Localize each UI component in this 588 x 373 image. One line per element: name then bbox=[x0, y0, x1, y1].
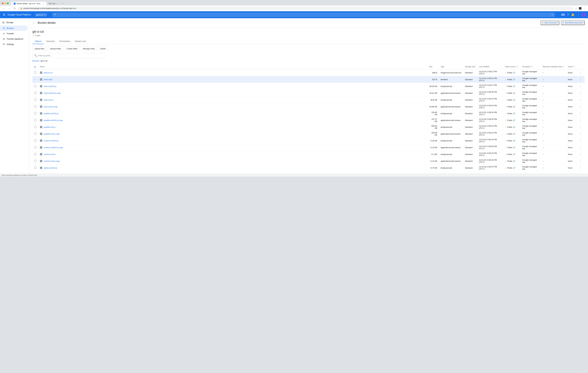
th-holds[interactable]: Holds ⓘ bbox=[566, 64, 577, 69]
row-checkbox[interactable] bbox=[34, 153, 36, 155]
file-name-link[interactable]: runtime-es5.js bbox=[44, 153, 56, 155]
row-more-menu-icon[interactable]: ⋮ bbox=[578, 112, 583, 115]
back-button[interactable]: ← bbox=[32, 21, 35, 24]
row-actions-cell[interactable]: ⋮ bbox=[577, 165, 585, 171]
row-checkbox[interactable] bbox=[34, 139, 36, 142]
bookmark-icon[interactable]: ☆ bbox=[574, 6, 578, 10]
row-actions-cell[interactable]: ⋮ bbox=[577, 110, 585, 117]
file-name-link[interactable]: favicon.ico bbox=[44, 72, 52, 74]
row-actions-cell[interactable]: ⋮ bbox=[577, 124, 585, 131]
file-name-link[interactable]: index.html bbox=[44, 78, 52, 81]
minimize-button[interactable] bbox=[4, 2, 6, 4]
row-checkbox[interactable] bbox=[34, 92, 36, 94]
tab-objects[interactable]: Objects bbox=[32, 39, 44, 44]
row-actions-cell[interactable]: ⋮ bbox=[577, 103, 585, 110]
maximize-button[interactable] bbox=[7, 2, 9, 4]
public-info-icon[interactable]: ⓘ bbox=[516, 65, 518, 68]
tab-bucket-details[interactable]: Bucket details - git-ci-cd - Goo... ✕ bbox=[11, 2, 46, 6]
row-more-menu-icon[interactable]: ⋮ bbox=[578, 153, 583, 156]
row-actions-cell[interactable]: ⋮ bbox=[577, 69, 585, 76]
row-actions-cell[interactable]: ⋮ bbox=[577, 117, 585, 124]
sidebar-section-storage[interactable]: ⊞ Storage bbox=[0, 19, 29, 25]
close-button[interactable] bbox=[2, 2, 3, 4]
row-actions-cell[interactable]: ⋮ bbox=[577, 76, 585, 83]
tab-close-icon[interactable]: ✕ bbox=[43, 3, 44, 5]
row-more-menu-icon[interactable]: ⋮ bbox=[578, 98, 583, 102]
checkbox-checked[interactable]: ✓ bbox=[34, 78, 36, 81]
project-selector[interactable]: git-ci-cd ▼ bbox=[35, 13, 47, 17]
tab-new-tab[interactable]: New Tab ✕ bbox=[46, 2, 60, 6]
row-checkbox[interactable] bbox=[34, 166, 36, 169]
row-checkbox[interactable] bbox=[34, 133, 36, 135]
row-checkbox-cell[interactable] bbox=[32, 117, 38, 124]
row-more-menu-icon[interactable]: ⋮ bbox=[578, 118, 583, 122]
upload-folder-button[interactable]: Upload folder bbox=[48, 46, 63, 51]
row-actions-cell[interactable]: ⋮ bbox=[577, 158, 585, 165]
browser-menu-icon[interactable]: ⋮ bbox=[583, 6, 586, 10]
th-modified[interactable]: Last modified bbox=[477, 64, 503, 69]
file-name-link[interactable]: runtime-es2015.js.map bbox=[44, 146, 63, 149]
row-actions-cell[interactable]: ⋮ bbox=[577, 90, 585, 96]
th-retention[interactable]: Retention expiration date ⓘ bbox=[541, 64, 566, 69]
row-checkbox-cell[interactable] bbox=[32, 124, 38, 131]
create-folder-button[interactable]: Create folder bbox=[64, 46, 80, 51]
delete-button[interactable]: Delete bbox=[98, 46, 108, 51]
row-checkbox-cell[interactable] bbox=[32, 131, 38, 137]
new-tab-button[interactable]: ＋ bbox=[60, 1, 65, 6]
row-checkbox-cell[interactable] bbox=[32, 96, 38, 103]
row-checkbox-cell[interactable] bbox=[32, 144, 38, 151]
sidebar-item-browser[interactable]: ⊟ Browser bbox=[0, 25, 28, 31]
buckets-link[interactable]: Buckets bbox=[32, 60, 39, 62]
row-more-menu-icon[interactable]: ⋮ bbox=[578, 132, 583, 135]
file-name-link[interactable]: runtime-es5.js.map bbox=[44, 160, 60, 162]
row-checkbox[interactable] bbox=[34, 126, 36, 128]
row-checkbox-cell[interactable] bbox=[32, 151, 38, 158]
row-checkbox[interactable] bbox=[34, 71, 36, 74]
traffic-lights[interactable] bbox=[2, 2, 9, 4]
row-checkbox-cell[interactable] bbox=[32, 158, 38, 165]
forward-button[interactable]: → bbox=[7, 7, 11, 10]
row-more-menu-icon[interactable]: ⋮ bbox=[578, 166, 583, 170]
row-checkbox-cell[interactable]: ✓ bbox=[32, 76, 38, 83]
row-checkbox[interactable] bbox=[34, 99, 36, 101]
row-checkbox-cell[interactable] bbox=[32, 165, 38, 171]
search-bar[interactable]: 🔍 ▼ bbox=[52, 13, 555, 17]
row-checkbox[interactable] bbox=[34, 146, 36, 148]
avatar[interactable]: 👤 bbox=[581, 13, 586, 17]
tab-permissions[interactable]: Permissions bbox=[57, 39, 73, 44]
extensions-icon[interactable]: ⬛ bbox=[578, 6, 582, 10]
file-name-link[interactable]: polyfills-es5.js.map bbox=[44, 133, 60, 135]
file-name-link[interactable]: polyfills-es2015.js.map bbox=[44, 119, 63, 121]
row-more-menu-icon[interactable]: ⋮ bbox=[578, 125, 583, 129]
file-name-link[interactable]: main-es2015.js bbox=[44, 85, 56, 87]
row-more-menu-icon[interactable]: ⋮ bbox=[578, 78, 583, 81]
th-select-all[interactable]: ▬ bbox=[32, 64, 38, 69]
row-checkbox-cell[interactable] bbox=[32, 110, 38, 117]
row-actions-cell[interactable]: ⋮ bbox=[577, 96, 585, 103]
file-name-link[interactable]: runtime-es2015.js bbox=[44, 140, 59, 142]
new-tab-close-icon[interactable]: ✕ bbox=[56, 3, 58, 5]
th-encryption[interactable]: Encryption ⓘ bbox=[521, 64, 541, 69]
row-more-menu-icon[interactable]: ⋮ bbox=[578, 139, 583, 142]
row-checkbox-cell[interactable] bbox=[32, 69, 38, 76]
row-actions-cell[interactable]: ⋮ bbox=[577, 144, 585, 151]
settings-icon[interactable]: ⋮ bbox=[576, 12, 581, 17]
manage-holds-button[interactable]: Manage holds bbox=[81, 46, 97, 51]
upload-files-button[interactable]: Upload files bbox=[32, 46, 47, 51]
retention-info-icon[interactable]: ⓘ bbox=[562, 65, 564, 68]
th-public[interactable]: Public access ⓘ bbox=[503, 64, 521, 69]
row-checkbox-cell[interactable] bbox=[32, 83, 38, 90]
row-checkbox[interactable] bbox=[34, 85, 36, 87]
reload-button[interactable]: ↻ bbox=[13, 7, 16, 10]
row-checkbox[interactable] bbox=[34, 160, 36, 162]
row-actions-cell[interactable]: ⋮ bbox=[577, 151, 585, 158]
row-checkbox-cell[interactable] bbox=[32, 103, 38, 110]
th-size[interactable]: Size bbox=[427, 64, 439, 69]
row-checkbox-cell[interactable] bbox=[32, 90, 38, 96]
holds-info-icon[interactable]: ⓘ bbox=[573, 65, 575, 68]
row-more-menu-icon[interactable]: ⋮ bbox=[578, 84, 583, 88]
help-icon[interactable]: ? bbox=[566, 12, 570, 17]
filter-input[interactable] bbox=[38, 54, 103, 57]
file-name-link[interactable]: styles-es2015.js bbox=[44, 167, 57, 169]
row-more-menu-icon[interactable]: ⋮ bbox=[578, 105, 583, 108]
